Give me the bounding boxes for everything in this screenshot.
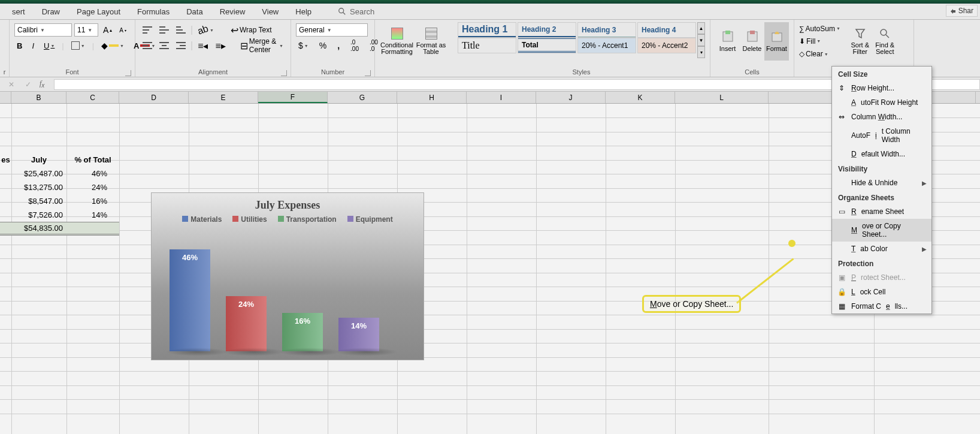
- menu-protect-sheet[interactable]: ▣Protect Sheet...: [832, 270, 931, 285]
- bold-button[interactable]: B: [14, 40, 25, 52]
- menu-column-width[interactable]: ⇔Column Width...: [832, 110, 931, 124]
- gallery-more-button[interactable]: ▾: [697, 46, 705, 58]
- style-heading4[interactable]: Heading 4: [637, 22, 696, 38]
- style-total[interactable]: Total: [518, 38, 576, 53]
- sort-filter-icon: [854, 28, 866, 40]
- fill-color-button[interactable]: ◆▼: [99, 40, 126, 52]
- menu-default-width[interactable]: Default Width...: [832, 147, 931, 161]
- rename-icon: ▭: [837, 207, 846, 216]
- tab-review[interactable]: Review: [211, 4, 254, 19]
- tab-page-layout[interactable]: Page Layout: [68, 4, 129, 19]
- insert-icon: [722, 31, 734, 43]
- comma-button[interactable]: ,: [335, 40, 342, 52]
- cell[interactable]: 46%: [66, 167, 119, 180]
- chevron-right-icon: ▶: [922, 246, 927, 252]
- style-heading3[interactable]: Heading 3: [577, 22, 636, 38]
- tab-formulas[interactable]: Formulas: [129, 4, 178, 19]
- svg-rect-6: [772, 33, 782, 41]
- dialog-launcher-icon[interactable]: [281, 70, 287, 76]
- autosum-button[interactable]: ∑AutoSum ▼: [799, 23, 848, 35]
- conditional-formatting-button[interactable]: Conditional Formatting: [380, 22, 414, 61]
- menu-row-height[interactable]: ⇕Row Height...: [832, 81, 931, 95]
- align-right-icon: [176, 41, 186, 50]
- merge-center-button[interactable]: ⊟ Merge & Center ▼: [238, 36, 286, 55]
- menu-format-cells[interactable]: ▦Format Cells...: [832, 299, 931, 314]
- fx-icon[interactable]: fx: [40, 79, 44, 89]
- align-bottom-button[interactable]: [174, 25, 188, 35]
- align-middle-button[interactable]: [157, 25, 171, 35]
- table-header: % of Total: [66, 153, 119, 167]
- find-select-button[interactable]: Find & Select: [873, 22, 897, 61]
- tab-help[interactable]: Help: [287, 4, 320, 19]
- decrease-font-size-button[interactable]: A▾: [117, 26, 129, 35]
- clear-button[interactable]: ◇Clear ▼: [799, 48, 848, 60]
- cell[interactable]: $13,275.00: [11, 180, 66, 194]
- style-title[interactable]: Title: [458, 38, 516, 53]
- decrease-indent-button[interactable]: ≡◂: [195, 39, 210, 53]
- delete-cells-button[interactable]: Delete: [740, 22, 764, 61]
- style-heading1[interactable]: Heading 1: [458, 22, 516, 38]
- gallery-down-button[interactable]: ▼: [697, 34, 705, 46]
- gallery-up-button[interactable]: ▲: [697, 22, 705, 34]
- fill-button[interactable]: ⬇Fill ▼: [799, 35, 848, 47]
- align-center-button[interactable]: [157, 40, 171, 51]
- tab-draw[interactable]: Draw: [34, 4, 68, 19]
- dialog-launcher-icon[interactable]: [125, 70, 131, 76]
- underline-button[interactable]: U▼: [41, 40, 57, 52]
- menu-autofit-row[interactable]: AutoFit Row Height: [832, 95, 931, 110]
- align-center-icon: [159, 41, 169, 50]
- menu-autofit-col[interactable]: AutoFit Column Width: [832, 124, 931, 147]
- menu-tab-color[interactable]: Tab Color▶: [832, 242, 931, 256]
- align-right-button[interactable]: [174, 40, 188, 51]
- menu-rename-sheet[interactable]: ▭Rename Sheet: [832, 204, 931, 219]
- style-heading2[interactable]: Heading 2: [518, 22, 576, 38]
- cell-styles-gallery[interactable]: Heading 1 Heading 2 Heading 3 Heading 4 …: [458, 22, 705, 58]
- orientation-button[interactable]: ab▼: [195, 23, 216, 37]
- menu-lock-cell[interactable]: 🔒Lock Cell: [832, 285, 931, 299]
- font-size-combo[interactable]: 11▼: [74, 23, 98, 37]
- align-top-button[interactable]: [140, 25, 155, 35]
- share-button[interactable]: Shar: [946, 5, 978, 17]
- percent-button[interactable]: %: [317, 40, 329, 52]
- format-as-table-button[interactable]: Format as Table: [414, 22, 448, 61]
- menu-move-copy-sheet[interactable]: Move or Copy Sheet...: [832, 219, 931, 242]
- style-accent2[interactable]: 20% - Accent2: [637, 38, 696, 53]
- cell[interactable]: 16%: [66, 194, 119, 208]
- accounting-format-button[interactable]: $ ▼: [296, 40, 311, 52]
- style-accent1[interactable]: 20% - Accent1: [577, 38, 636, 53]
- number-format-combo[interactable]: General▼: [296, 23, 368, 37]
- increase-indent-button[interactable]: ≡▸: [213, 39, 228, 53]
- cell[interactable]: 14%: [66, 208, 119, 222]
- cell[interactable]: 24%: [66, 180, 119, 194]
- increase-decimal-button[interactable]: .0.00: [348, 38, 361, 53]
- tab-view[interactable]: View: [253, 4, 287, 19]
- dialog-launcher-icon[interactable]: [365, 70, 371, 76]
- table-header: es: [0, 153, 11, 167]
- borders-button[interactable]: ▼: [69, 40, 87, 51]
- increase-font-size-button[interactable]: A▴: [101, 24, 114, 36]
- chevron-down-icon: ▼: [40, 28, 45, 33]
- font-name-combo[interactable]: Calibri▼: [14, 23, 72, 37]
- wrap-text-button[interactable]: ↩ Wrap Text: [228, 23, 274, 37]
- cell-total[interactable]: $54,835.00: [0, 222, 119, 236]
- insert-cells-button[interactable]: Insert: [715, 22, 740, 61]
- cell[interactable]: $7,526.00: [11, 208, 66, 222]
- search-icon: [338, 7, 346, 16]
- group-number-label: Number: [296, 67, 370, 77]
- enter-icon[interactable]: ✓: [23, 79, 34, 90]
- conditional-formatting-icon: [391, 28, 403, 40]
- cell[interactable]: $8,547.00: [11, 194, 66, 208]
- tab-data[interactable]: Data: [178, 4, 211, 19]
- menu-hide-unhide[interactable]: Hide & Unhide▶: [832, 176, 931, 190]
- tab-insert[interactable]: sert: [4, 4, 34, 19]
- align-left-button[interactable]: [140, 40, 155, 51]
- italic-button[interactable]: I: [29, 40, 37, 52]
- format-cells-button[interactable]: Format: [764, 22, 789, 61]
- svg-line-1: [343, 13, 346, 15]
- cell[interactable]: $25,487.00: [11, 167, 66, 180]
- embedded-chart[interactable]: July Expenses Materials Utilities Transp…: [151, 192, 424, 360]
- cancel-icon[interactable]: ✕: [6, 79, 17, 90]
- tell-me-search[interactable]: Search: [338, 7, 374, 16]
- sort-filter-button[interactable]: Sort & Filter: [848, 22, 872, 61]
- svg-point-7: [881, 29, 887, 35]
